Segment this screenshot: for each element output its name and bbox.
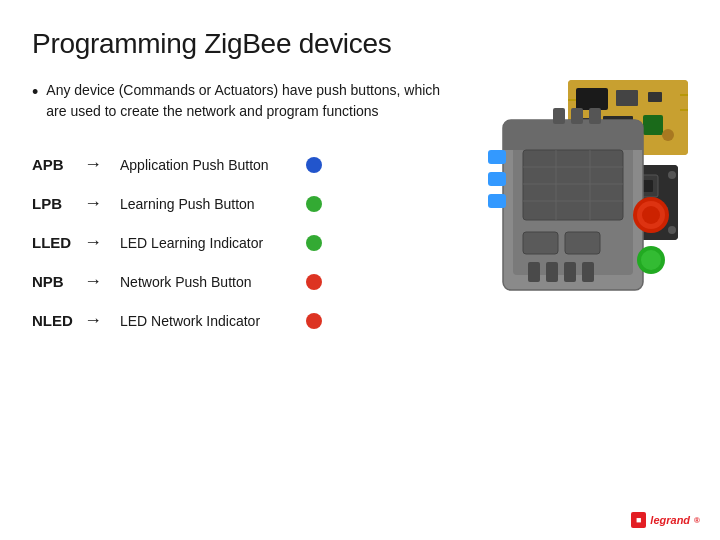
led-dot-lled: [306, 235, 322, 251]
acronym-desc-apb: Application Push Button: [120, 157, 300, 173]
svg-rect-43: [523, 232, 558, 254]
arrow-nled: →: [84, 310, 120, 331]
acronym-label-lled: LLED: [32, 234, 84, 251]
acronym-label-nled: NLED: [32, 312, 84, 329]
svg-rect-51: [589, 108, 601, 124]
svg-rect-30: [488, 172, 506, 186]
acronym-row-nled: NLED → LED Network Indicator: [32, 310, 452, 331]
legrand-superscript: ®: [694, 516, 700, 525]
acronym-label-npb: NPB: [32, 273, 84, 290]
acronym-table: APB → Application Push Button LPB → Lear…: [32, 154, 452, 331]
acronym-row-lled: LLED → LED Learning Indicator: [32, 232, 452, 253]
svg-rect-45: [528, 262, 540, 282]
arrow-lled: →: [84, 232, 120, 253]
acronym-desc-lpb: Learning Push Button: [120, 196, 300, 212]
bullet-text: Any device (Commands or Actuators) have …: [46, 80, 452, 122]
acronym-label-lpb: LPB: [32, 195, 84, 212]
svg-rect-49: [553, 108, 565, 124]
left-section: • Any device (Commands or Actuators) hav…: [32, 80, 452, 349]
led-dot-lpb: [306, 196, 322, 212]
acronym-row-apb: APB → Application Push Button: [32, 154, 452, 175]
acronym-desc-npb: Network Push Button: [120, 274, 300, 290]
acronym-row-npb: NPB → Network Push Button: [32, 271, 452, 292]
bullet-section: • Any device (Commands or Actuators) hav…: [32, 80, 452, 122]
legrand-red-icon: ■: [631, 512, 646, 528]
page: Programming ZigBee devices • Any device …: [0, 0, 720, 540]
svg-rect-29: [488, 150, 506, 164]
arrow-lpb: →: [84, 193, 120, 214]
led-dot-nled: [306, 313, 322, 329]
svg-rect-46: [546, 262, 558, 282]
content-area: • Any device (Commands or Actuators) hav…: [32, 80, 688, 349]
svg-rect-28: [503, 135, 643, 150]
legrand-brand-text: legrand: [650, 514, 690, 526]
svg-point-36: [641, 250, 661, 270]
right-section: [468, 80, 688, 349]
led-dot-apb: [306, 157, 322, 173]
acronym-row-lpb: LPB → Learning Push Button: [32, 193, 452, 214]
zigbee-device-illustration: [483, 60, 678, 319]
svg-rect-44: [565, 232, 600, 254]
legrand-logo: ■ legrand ®: [631, 512, 700, 528]
svg-rect-48: [582, 262, 594, 282]
page-title: Programming ZigBee devices: [32, 28, 688, 60]
acronym-label-apb: APB: [32, 156, 84, 173]
arrow-npb: →: [84, 271, 120, 292]
svg-rect-31: [488, 194, 506, 208]
arrow-apb: →: [84, 154, 120, 175]
svg-rect-37: [523, 150, 623, 220]
acronym-desc-lled: LED Learning Indicator: [120, 235, 300, 251]
bullet-dot: •: [32, 82, 38, 103]
svg-rect-47: [564, 262, 576, 282]
svg-rect-50: [571, 108, 583, 124]
svg-point-34: [642, 206, 660, 224]
led-dot-npb: [306, 274, 322, 290]
acronym-desc-nled: LED Network Indicator: [120, 313, 300, 329]
